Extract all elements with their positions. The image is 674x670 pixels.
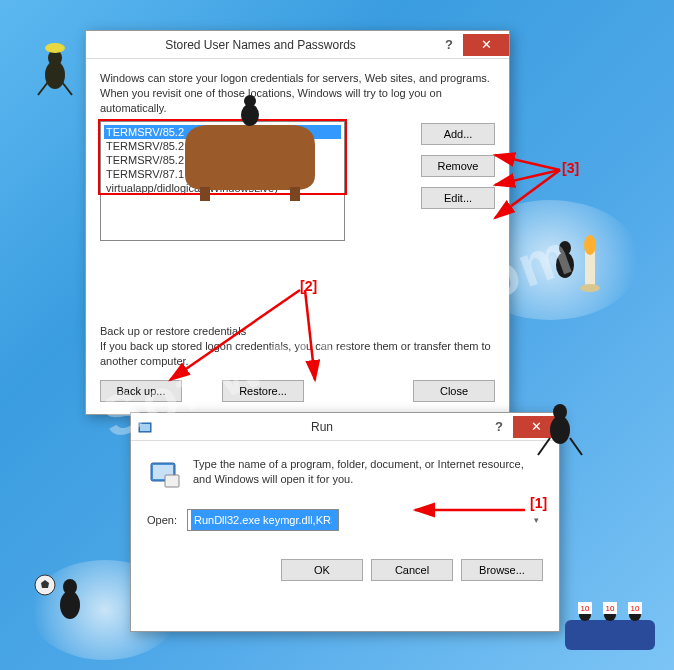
svg-point-1: [48, 50, 62, 66]
list-item[interactable]: virtualapp/didlogical (WindowsLive): [104, 181, 341, 195]
help-button[interactable]: ?: [485, 416, 513, 438]
svg-rect-18: [565, 620, 655, 650]
ok-button[interactable]: OK: [281, 559, 363, 581]
chevron-down-icon[interactable]: ▾: [534, 515, 539, 525]
close-dialog-button[interactable]: Close: [413, 380, 495, 402]
add-button[interactable]: Add...: [421, 123, 495, 145]
ant-judges-decoration: 101010: [560, 580, 660, 660]
dialog-title: Stored User Names and Passwords: [86, 38, 435, 52]
svg-line-13: [570, 438, 582, 455]
ant-decoration: [30, 40, 80, 100]
backup-heading: Back up or restore credentials: [100, 325, 495, 337]
restore-button[interactable]: Restore...: [222, 380, 304, 402]
browse-button[interactable]: Browse...: [461, 559, 543, 581]
dialog-title: Run: [159, 420, 485, 434]
svg-rect-33: [140, 424, 150, 431]
credentials-listbox[interactable]: TERMSRV/85.2 TERMSRV/85.2 TERMSRV/85.2 T…: [100, 121, 345, 241]
svg-point-21: [629, 609, 641, 621]
svg-line-2: [38, 82, 48, 95]
annotation-3: [3]: [562, 160, 579, 176]
list-item[interactable]: TERMSRV/85.2: [104, 153, 341, 167]
close-button[interactable]: ✕: [513, 416, 559, 438]
svg-point-20: [604, 609, 616, 621]
open-input[interactable]: [187, 509, 339, 531]
svg-text:10: 10: [606, 604, 615, 613]
dialog-description: Windows can store your logon credentials…: [100, 71, 495, 116]
edit-button[interactable]: Edit...: [421, 187, 495, 209]
list-item[interactable]: TERMSRV/87.1: [104, 167, 341, 181]
svg-point-19: [579, 609, 591, 621]
titlebar: Stored User Names and Passwords ? ✕: [86, 31, 509, 59]
run-dialog: Run ? ✕ Type the name of a program, fold…: [130, 412, 560, 632]
svg-point-0: [45, 61, 65, 89]
run-program-icon: [147, 457, 181, 491]
svg-line-3: [62, 82, 72, 95]
list-item[interactable]: TERMSRV/85.2: [104, 125, 341, 139]
list-item[interactable]: TERMSRV/85.2: [104, 139, 341, 153]
close-button[interactable]: ✕: [463, 34, 509, 56]
titlebar: Run ? ✕: [131, 413, 559, 441]
svg-rect-36: [165, 475, 179, 487]
run-icon: [137, 419, 153, 435]
svg-rect-22: [578, 602, 592, 614]
svg-text:10: 10: [631, 604, 640, 613]
svg-text:10: 10: [581, 604, 590, 613]
backup-text: If you back up stored logon credentials,…: [100, 339, 495, 368]
help-button[interactable]: ?: [435, 34, 463, 56]
remove-button[interactable]: Remove: [421, 155, 495, 177]
run-description: Type the name of a program, folder, docu…: [193, 457, 543, 491]
svg-point-4: [45, 43, 65, 53]
cancel-button[interactable]: Cancel: [371, 559, 453, 581]
backup-button[interactable]: Back up...: [100, 380, 182, 402]
svg-rect-23: [603, 602, 617, 614]
svg-rect-24: [628, 602, 642, 614]
open-label: Open:: [147, 514, 177, 526]
stored-credentials-dialog: Stored User Names and Passwords ? ✕ Wind…: [85, 30, 510, 415]
